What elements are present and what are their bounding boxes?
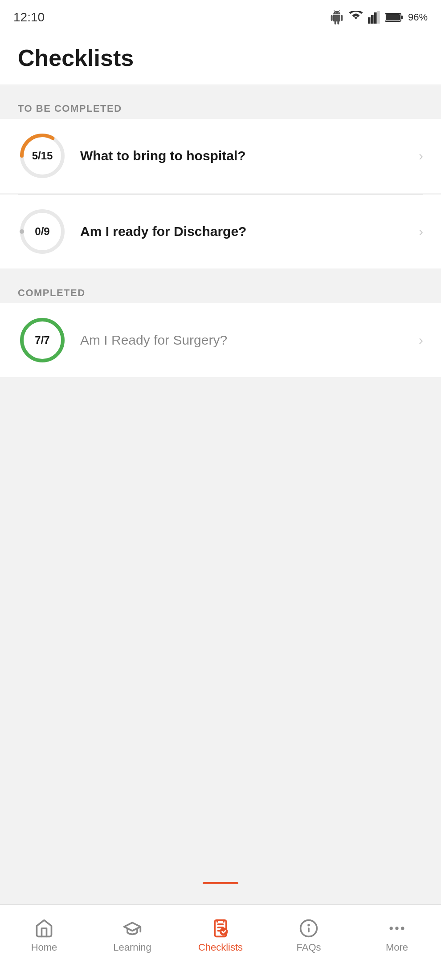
item-title-hospital: What to bring to hospital? <box>80 148 410 163</box>
svg-point-22 <box>401 927 404 930</box>
nav-item-checklists[interactable]: Checklists <box>176 919 265 953</box>
chevron-icon-hospital: › <box>419 148 423 163</box>
progress-label-discharge: 0/9 <box>35 225 49 238</box>
wifi-icon <box>348 11 363 24</box>
svg-rect-1 <box>371 15 374 24</box>
svg-rect-2 <box>374 12 377 24</box>
chevron-icon-discharge: › <box>419 224 423 239</box>
checklist-item-surgery[interactable]: 7/7 Am I Ready for Surgery? › <box>0 303 441 377</box>
nav-label-learning: Learning <box>113 942 151 953</box>
faqs-icon <box>299 919 318 938</box>
svg-point-21 <box>395 927 398 930</box>
svg-rect-0 <box>368 17 371 24</box>
svg-point-10 <box>20 229 24 234</box>
battery-icon <box>385 12 404 23</box>
checklists-icon <box>211 919 230 938</box>
progress-circle-surgery: 7/7 <box>18 316 67 365</box>
page-title: Checklists <box>18 45 423 71</box>
progress-circle-discharge: 0/9 <box>18 207 67 256</box>
home-icon <box>34 919 54 938</box>
bottom-nav: Home Learning Checklists FAQs <box>0 904 441 980</box>
content-area: TO BE COMPLETED 5/15 What to bring to ho… <box>0 85 441 377</box>
nav-item-more[interactable]: More <box>353 919 441 953</box>
nav-label-home: Home <box>31 942 57 953</box>
item-title-surgery: Am I Ready for Surgery? <box>80 333 410 348</box>
progress-label-hospital: 5/15 <box>32 150 53 162</box>
nav-item-faqs[interactable]: FAQs <box>265 919 353 953</box>
checklist-item-hospital[interactable]: 5/15 What to bring to hospital? › <box>0 119 441 193</box>
nav-active-indicator <box>203 882 238 884</box>
android-icon <box>330 10 344 24</box>
signal-icon <box>368 11 380 24</box>
item-title-discharge: Am I ready for Discharge? <box>80 224 410 239</box>
section-label-pending: TO BE COMPLETED <box>0 85 441 119</box>
status-time: 12:10 <box>13 10 45 24</box>
nav-label-faqs: FAQs <box>296 942 321 953</box>
nav-label-checklists: Checklists <box>198 942 243 953</box>
status-icons: 96% <box>330 10 428 24</box>
svg-rect-3 <box>377 11 380 24</box>
chevron-icon-surgery: › <box>419 333 423 348</box>
svg-rect-5 <box>401 16 403 19</box>
more-icon <box>387 919 407 938</box>
header: Checklists <box>0 31 441 85</box>
section-label-completed: COMPLETED <box>0 269 441 303</box>
progress-circle-hospital: 5/15 <box>18 131 67 180</box>
status-bar: 12:10 96% <box>0 0 441 31</box>
section-to-be-completed: TO BE COMPLETED 5/15 What to bring to ho… <box>0 85 441 268</box>
progress-label-surgery: 7/7 <box>35 334 49 346</box>
battery-percentage: 96% <box>408 12 428 23</box>
learning-icon <box>122 919 142 938</box>
nav-item-home[interactable]: Home <box>0 919 88 953</box>
svg-point-20 <box>390 927 393 930</box>
nav-item-learning[interactable]: Learning <box>88 919 176 953</box>
nav-label-more: More <box>386 942 408 953</box>
checklist-item-discharge[interactable]: 0/9 Am I ready for Discharge? › <box>0 195 441 268</box>
section-completed: COMPLETED 7/7 Am I Ready for Surgery? › <box>0 269 441 377</box>
svg-rect-6 <box>386 14 400 20</box>
